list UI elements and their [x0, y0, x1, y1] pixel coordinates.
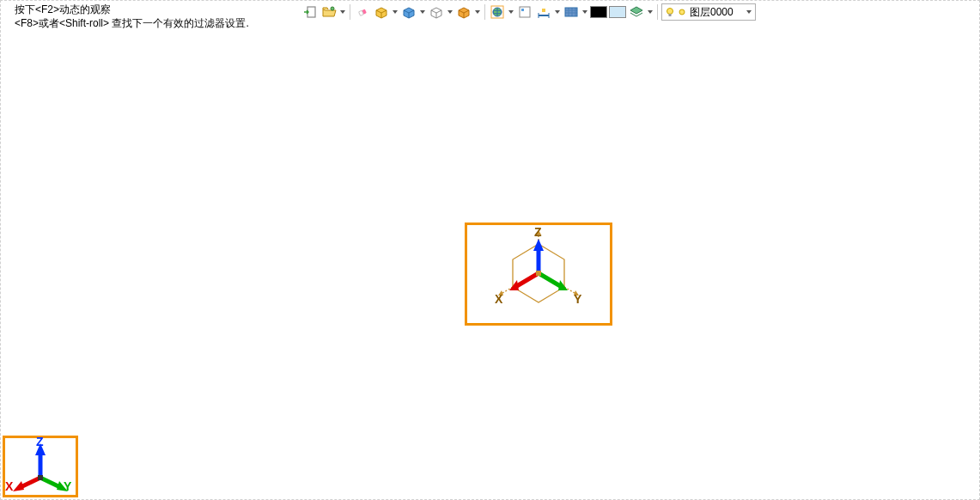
layers-dropdown-icon[interactable] [647, 3, 654, 21]
dimension-dropdown-icon[interactable] [554, 3, 561, 21]
separator [350, 4, 350, 20]
swatch-lightblue[interactable] [609, 3, 626, 21]
layers-icon[interactable] [628, 3, 645, 21]
svg-rect-12 [669, 14, 672, 16]
corner-axis-y-label: Y [64, 479, 71, 493]
layer-label: 图层0000 [690, 5, 733, 20]
page-icon[interactable] [516, 3, 533, 21]
layer-selector[interactable]: 图层0000 [661, 3, 756, 21]
separator [657, 4, 658, 20]
cube-wire-icon[interactable] [428, 3, 445, 21]
cube-gold-icon[interactable] [455, 3, 472, 21]
axis-y-label: Y [574, 292, 581, 306]
chevron-down-icon [746, 10, 752, 14]
svg-line-16 [539, 273, 562, 287]
grid-icon[interactable] [563, 3, 580, 21]
svg-rect-8 [521, 9, 524, 11]
folder-open-icon[interactable] [320, 3, 338, 21]
svg-rect-17 [536, 271, 541, 276]
hint-line-1: 按下<F2>动态的观察 [15, 3, 249, 16]
bulb-icon [666, 8, 674, 16]
package-icon[interactable] [373, 3, 390, 21]
svg-point-13 [679, 9, 685, 15]
svg-rect-9 [542, 9, 545, 12]
cube-gold-dropdown-icon[interactable] [474, 3, 481, 21]
svg-point-1 [331, 7, 334, 10]
separator [484, 4, 485, 20]
folder-dropdown-icon[interactable] [339, 3, 346, 21]
package-dropdown-icon[interactable] [392, 3, 399, 21]
eraser-icon[interactable] [354, 3, 371, 21]
cube-blue-icon[interactable] [400, 3, 417, 21]
cube-blue-dropdown-icon[interactable] [419, 3, 426, 21]
corner-axis-z-label: Z [36, 435, 44, 448]
dimension-icon[interactable] [535, 3, 552, 21]
sun-icon [678, 8, 686, 16]
globe-dropdown-icon[interactable] [508, 3, 514, 21]
viewport[interactable]: Z X Y Z X Y [1, 25, 979, 499]
ucs-center-graphic [467, 225, 610, 323]
ucs-corner-widget[interactable]: Z X Y [3, 436, 78, 497]
globe-icon[interactable] [489, 3, 506, 21]
axis-z-label: Z [534, 225, 542, 239]
grid-dropdown-icon[interactable] [581, 3, 588, 21]
toolbar: 图层0000 [301, 3, 756, 21]
corner-axis-x-label: X [5, 479, 13, 493]
svg-rect-21 [38, 475, 43, 480]
swatch-black[interactable] [590, 3, 607, 21]
svg-rect-7 [520, 7, 530, 17]
svg-line-15 [515, 273, 539, 287]
axis-x-label: X [495, 292, 502, 306]
ucs-center-widget[interactable]: Z X Y [465, 223, 612, 326]
export-icon[interactable] [301, 3, 319, 21]
svg-point-11 [667, 9, 673, 15]
cube-wire-dropdown-icon[interactable] [447, 3, 453, 21]
